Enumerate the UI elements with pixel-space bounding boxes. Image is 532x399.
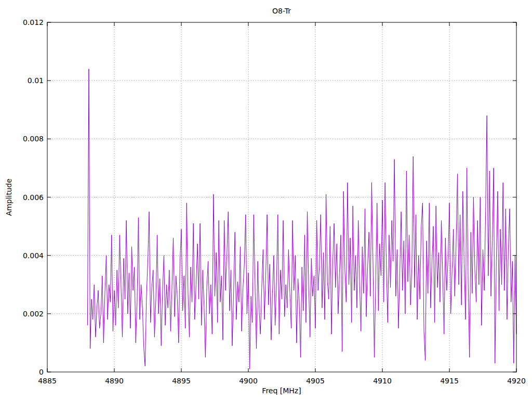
tick-labels: 4885489048954900490549104915492000.0020.… xyxy=(23,18,526,385)
x-tick-label: 4920 xyxy=(507,377,526,385)
x-tick-label: 4895 xyxy=(172,377,191,385)
chart-title: O8-Tr xyxy=(272,7,291,15)
plot-window: 4885489048954900490549104915492000.0020.… xyxy=(0,0,532,399)
y-tick-label: 0.004 xyxy=(23,251,44,260)
y-tick-label: 0.002 xyxy=(23,310,44,318)
y-tick-label: 0.008 xyxy=(23,135,44,143)
y-tick-label: 0.01 xyxy=(28,76,44,85)
x-tick-label: 4890 xyxy=(105,377,124,385)
x-tick-label: 4885 xyxy=(38,377,57,385)
x-tick-label: 4910 xyxy=(373,377,392,385)
y-tick-label: 0.012 xyxy=(23,18,44,26)
spectrum-chart: 4885489048954900490549104915492000.0020.… xyxy=(0,0,532,399)
x-tick-label: 4915 xyxy=(440,377,459,385)
x-tick-label: 4900 xyxy=(239,377,258,385)
y-tick-label: 0.006 xyxy=(23,193,44,202)
signal-trace xyxy=(87,69,516,369)
y-axis-label: Amplitude xyxy=(5,179,13,216)
gridlines xyxy=(47,22,516,372)
y-tick-label: 0 xyxy=(39,368,44,376)
x-tick-label: 4905 xyxy=(306,377,325,385)
signal-trace-layer xyxy=(87,69,516,369)
x-axis-label: Freq [MHz] xyxy=(262,387,301,395)
